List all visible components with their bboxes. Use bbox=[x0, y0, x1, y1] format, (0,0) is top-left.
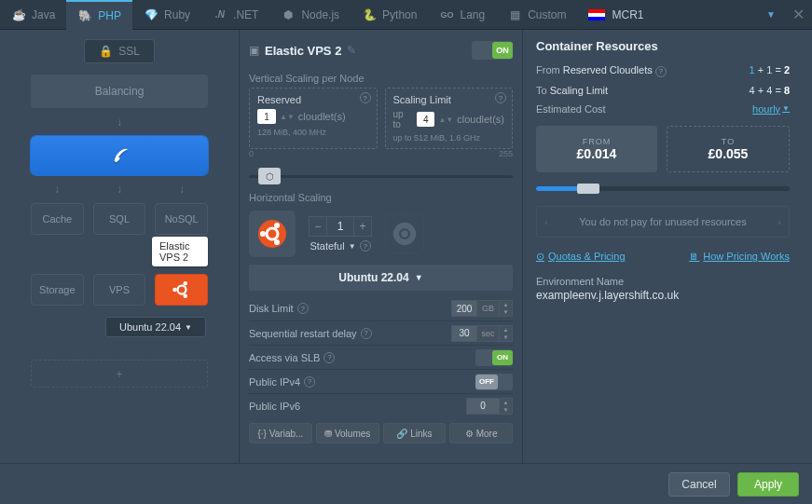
value: £0.055 bbox=[709, 146, 749, 161]
help-icon[interactable]: ? bbox=[495, 92, 506, 103]
arrow-down-icon: ↓ bbox=[93, 183, 145, 196]
slb-toggle[interactable]: ON bbox=[475, 349, 513, 366]
app-server-node[interactable] bbox=[31, 136, 208, 175]
storage-node[interactable]: Storage bbox=[31, 274, 84, 306]
cloudlet-slider[interactable] bbox=[249, 166, 513, 184]
tab-label: .NET bbox=[233, 8, 258, 21]
region-selector[interactable]: MCR1 ▼ bbox=[578, 0, 786, 30]
scaling-mode-select[interactable]: Stateful ▼ ? bbox=[310, 240, 370, 252]
value: £0.014 bbox=[577, 146, 617, 161]
node-icon-ghost bbox=[385, 214, 424, 253]
unused-resources-note[interactable]: ‹ You do not pay for unused resources › bbox=[536, 206, 790, 238]
tab-label: Custom bbox=[528, 8, 566, 21]
close-button[interactable]: ✕ bbox=[785, 6, 812, 23]
tab-dotnet[interactable]: .N .NET bbox=[201, 0, 269, 30]
unit: cloudlet(s) bbox=[298, 111, 346, 122]
ruby-icon: 💎 bbox=[144, 7, 158, 22]
price-slider[interactable] bbox=[536, 182, 790, 195]
slb-label: Access via SLB bbox=[249, 352, 320, 363]
reserved-cloudlets-box: ? Reserved 1 ▲▼ cloudlet(s) 128 MiB, 400… bbox=[249, 88, 378, 149]
chevron-right-icon[interactable]: › bbox=[778, 216, 781, 227]
tab-label: Java bbox=[32, 8, 55, 21]
help-icon[interactable]: ? bbox=[360, 92, 371, 103]
slider-handle[interactable] bbox=[258, 168, 281, 184]
node-enabled-toggle[interactable]: ON bbox=[472, 41, 513, 60]
increment-button[interactable]: + bbox=[353, 216, 372, 237]
balancing-node[interactable]: Balancing bbox=[31, 75, 208, 108]
node-icon-main bbox=[249, 211, 296, 257]
variables-button[interactable]: {·}Variab... bbox=[249, 423, 312, 443]
sql-node[interactable]: SQL bbox=[93, 203, 146, 235]
decrement-button[interactable]: − bbox=[309, 216, 327, 237]
add-layer-button[interactable]: ＋ bbox=[31, 360, 208, 388]
braces-icon: {·} bbox=[257, 429, 266, 439]
ipv6-label: Public IPv6 bbox=[249, 401, 300, 412]
svg-point-4 bbox=[183, 294, 187, 299]
how-pricing-link[interactable]: 🗎How Pricing Works bbox=[689, 251, 790, 263]
vps-node-generic[interactable]: VPS bbox=[93, 274, 146, 306]
lock-icon: 🔒 bbox=[99, 45, 113, 58]
tab-lang[interactable]: GO Lang bbox=[428, 0, 496, 30]
tooltip: Elastic VPS 2 bbox=[152, 237, 208, 266]
quotas-pricing-link[interactable]: ⊙Quotas & Pricing bbox=[536, 251, 626, 263]
tab-python[interactable]: 🐍 Python bbox=[351, 0, 428, 30]
price-to-box: TO £0.055 bbox=[667, 126, 790, 172]
link-icon: 🔗 bbox=[396, 429, 407, 439]
disk-limit-input[interactable]: 200 GB ▲▼ bbox=[451, 300, 513, 317]
vps-node-ubuntu[interactable] bbox=[155, 274, 208, 306]
apply-button[interactable]: Apply bbox=[737, 472, 799, 497]
tab-ruby[interactable]: 💎 Ruby bbox=[132, 0, 201, 30]
ssl-tab[interactable]: 🔒 SSL bbox=[84, 39, 155, 63]
node-count-value[interactable]: 1 bbox=[327, 216, 353, 237]
limit-input[interactable]: 4 bbox=[417, 112, 434, 127]
tab-label: PHP bbox=[98, 9, 121, 22]
chevron-left-icon[interactable]: ‹ bbox=[544, 216, 548, 227]
limit-sub: up to 512 MiB, 1.6 GHz bbox=[393, 133, 505, 143]
resources-title: Container Resources bbox=[536, 39, 790, 53]
reserved-input[interactable]: 1 bbox=[257, 109, 276, 124]
disk-limit-label: Disk Limit bbox=[249, 303, 294, 314]
volumes-button[interactable]: ⛃Volumes bbox=[316, 423, 379, 443]
cache-node[interactable]: Cache bbox=[31, 203, 84, 235]
restart-delay-label: Sequential restart delay bbox=[249, 328, 357, 339]
cancel-button[interactable]: Cancel bbox=[668, 472, 730, 497]
ipv4-toggle[interactable]: OFF bbox=[475, 374, 513, 390]
tab-php[interactable]: 🐘 PHP bbox=[66, 0, 132, 30]
tab-custom[interactable]: ▦ Custom bbox=[496, 0, 577, 30]
slider-min: 0 bbox=[249, 149, 254, 158]
tab-java[interactable]: ☕ Java bbox=[0, 0, 66, 30]
node-config-panel: ▣ Elastic VPS 2 ✎ ON Vertical Scaling pe… bbox=[239, 30, 523, 463]
help-icon[interactable]: ? bbox=[655, 66, 667, 77]
tab-label: Lang bbox=[460, 8, 485, 21]
node-image-select[interactable]: Ubuntu 22.04 ▼ bbox=[249, 265, 513, 291]
chevron-down-icon: ▼ bbox=[766, 9, 776, 20]
ipv6-input[interactable]: 0 ▲▼ bbox=[466, 398, 513, 415]
help-icon[interactable]: ? bbox=[361, 328, 372, 339]
vps-version-select[interactable]: Ubuntu 22.04 ▼ bbox=[105, 317, 206, 337]
ssl-label: SSL bbox=[118, 45, 140, 58]
help-icon[interactable]: ? bbox=[304, 376, 315, 388]
label: Ubuntu 22.04 bbox=[338, 271, 408, 284]
ipv4-label: Public IPv4 bbox=[249, 376, 300, 388]
restart-delay-input[interactable]: 30 sec ▲▼ bbox=[451, 325, 513, 342]
slider-handle[interactable] bbox=[577, 184, 599, 194]
help-icon[interactable]: ? bbox=[323, 352, 335, 363]
edit-icon[interactable]: ✎ bbox=[347, 44, 356, 57]
links-button[interactable]: 🔗Links bbox=[383, 423, 447, 443]
svg-point-8 bbox=[274, 223, 280, 228]
arrow-down-icon: ↓ bbox=[31, 183, 83, 196]
tab-nodejs[interactable]: ⬢ Node.js bbox=[269, 0, 351, 30]
uk-flag-icon bbox=[588, 9, 605, 20]
help-icon[interactable]: ? bbox=[297, 303, 309, 314]
chevron-down-icon: ▼ bbox=[415, 273, 423, 282]
help-icon[interactable]: ? bbox=[360, 240, 371, 252]
label: TO bbox=[722, 137, 735, 146]
cost-period-select[interactable]: hourly▼ bbox=[752, 103, 790, 115]
env-name-value: exampleenv.j.layershift.co.uk bbox=[536, 289, 790, 302]
reserved-sub: 128 MiB, 400 MHz bbox=[257, 128, 369, 137]
plus-icon: ＋ bbox=[114, 366, 125, 382]
vertical-scaling-label: Vertical Scaling per Node bbox=[249, 73, 513, 84]
nosql-node[interactable]: NoSQL bbox=[155, 203, 208, 235]
env-name-label: Environment Name bbox=[536, 276, 790, 287]
more-button[interactable]: ⚙More bbox=[449, 423, 513, 443]
